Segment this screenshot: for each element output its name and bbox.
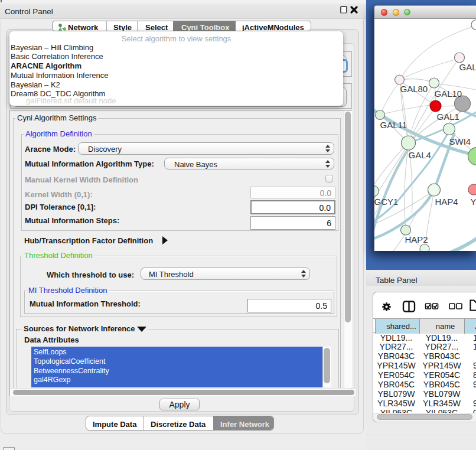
- svg-text:GAL1: GAL1: [437, 111, 459, 121]
- svg-text:GAL7: GAL7: [459, 62, 476, 72]
- svg-text:GCY1: GCY1: [374, 196, 398, 206]
- svg-text:GAL10: GAL10: [435, 88, 462, 98]
- svg-text:GAL11: GAL11: [380, 119, 407, 129]
- svg-text:GAL80: GAL80: [400, 83, 428, 93]
- svg-text:YD: YD: [471, 196, 476, 206]
- svg-text:HAP2: HAP2: [405, 234, 428, 244]
- svg-text:HAP4: HAP4: [435, 196, 458, 206]
- svg-text:SWI4: SWI4: [449, 136, 471, 146]
- svg-text:GAL4: GAL4: [409, 150, 431, 160]
